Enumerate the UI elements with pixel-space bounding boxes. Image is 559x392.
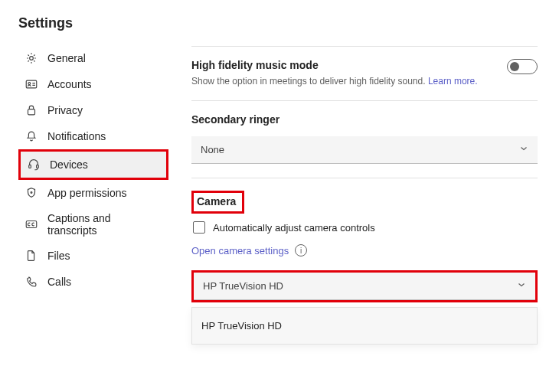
sidebar-item-captions[interactable]: Captions and transcripts [18, 206, 168, 243]
sidebar-item-label: Devices [50, 158, 88, 171]
secondary-ringer-select[interactable]: None [191, 136, 538, 164]
page-title: Settings [18, 15, 168, 31]
sidebar-item-label: Privacy [47, 104, 83, 116]
svg-rect-3 [28, 109, 35, 115]
auto-adjust-row: Automatically adjust camera controls [191, 221, 538, 234]
svg-point-6 [31, 192, 32, 194]
music-mode-toggle[interactable] [507, 59, 538, 74]
chevron-down-icon [517, 280, 526, 292]
settings-sidebar: Settings General Accounts [0, 0, 176, 392]
svg-rect-4 [29, 165, 31, 168]
sidebar-item-label: Files [47, 250, 70, 262]
file-icon [25, 249, 38, 263]
secondary-ringer-title: Secondary ringer [191, 113, 538, 126]
camera-select-highlight: HP TrueVision HD [191, 270, 538, 302]
headset-icon [27, 158, 41, 172]
captions-icon [25, 217, 38, 231]
music-mode-section: High fidelity music mode Show the option… [191, 47, 538, 100]
camera-dropdown-panel: HP TrueVision HD [191, 307, 538, 345]
sidebar-item-accounts[interactable]: Accounts [18, 71, 168, 97]
sidebar-item-app-permissions[interactable]: App permissions [18, 180, 168, 206]
sidebar-item-calls[interactable]: Calls [18, 269, 168, 295]
sidebar-item-privacy[interactable]: Privacy [18, 97, 168, 123]
camera-option[interactable]: HP TrueVision HD [192, 308, 537, 344]
sidebar-item-label: General [47, 52, 86, 64]
id-card-icon [25, 77, 38, 91]
shield-icon [25, 186, 38, 200]
gear-icon [25, 51, 38, 65]
open-camera-settings-link[interactable]: Open camera settings [191, 245, 289, 256]
camera-title: Camera [197, 195, 236, 207]
sidebar-item-label: App permissions [47, 187, 127, 199]
chevron-down-icon [519, 144, 528, 155]
sidebar-item-label: Accounts [47, 78, 92, 90]
music-mode-desc-text: Show the option in meetings to deliver h… [191, 76, 426, 87]
learn-more-link[interactable]: Learn more. [428, 76, 478, 87]
info-icon[interactable]: i [295, 244, 307, 256]
music-mode-title: High fidelity music mode [191, 59, 478, 71]
sidebar-item-general[interactable]: General [18, 45, 168, 71]
camera-selected: HP TrueVision HD [203, 280, 283, 292]
camera-settings-row: Open camera settings i [191, 244, 538, 256]
svg-point-0 [30, 57, 34, 60]
svg-rect-5 [37, 165, 39, 168]
lock-icon [25, 103, 38, 117]
camera-title-highlight: Camera [191, 191, 244, 214]
sidebar-item-notifications[interactable]: Notifications [18, 123, 168, 149]
bell-icon [25, 129, 38, 143]
music-mode-description: Show the option in meetings to deliver h… [191, 76, 478, 87]
settings-nav: General Accounts Privacy [18, 45, 168, 295]
settings-main: High fidelity music mode Show the option… [176, 0, 559, 392]
sidebar-item-devices-highlight: Devices [18, 149, 168, 180]
auto-adjust-checkbox[interactable] [193, 221, 205, 234]
sidebar-item-label: Calls [47, 276, 71, 288]
camera-section: Camera Automatically adjust camera contr… [191, 178, 538, 358]
svg-rect-1 [26, 80, 37, 88]
sidebar-item-label: Notifications [47, 130, 106, 142]
sidebar-item-devices[interactable]: Devices [21, 152, 166, 178]
camera-select[interactable]: HP TrueVision HD [194, 273, 535, 300]
phone-icon [25, 275, 38, 289]
sidebar-item-files[interactable]: Files [18, 243, 168, 269]
sidebar-item-label: Captions and transcripts [47, 212, 162, 237]
auto-adjust-label: Automatically adjust camera controls [213, 222, 375, 234]
svg-point-2 [28, 83, 31, 85]
secondary-ringer-section: Secondary ringer None [191, 101, 538, 178]
secondary-ringer-selected: None [201, 144, 224, 155]
